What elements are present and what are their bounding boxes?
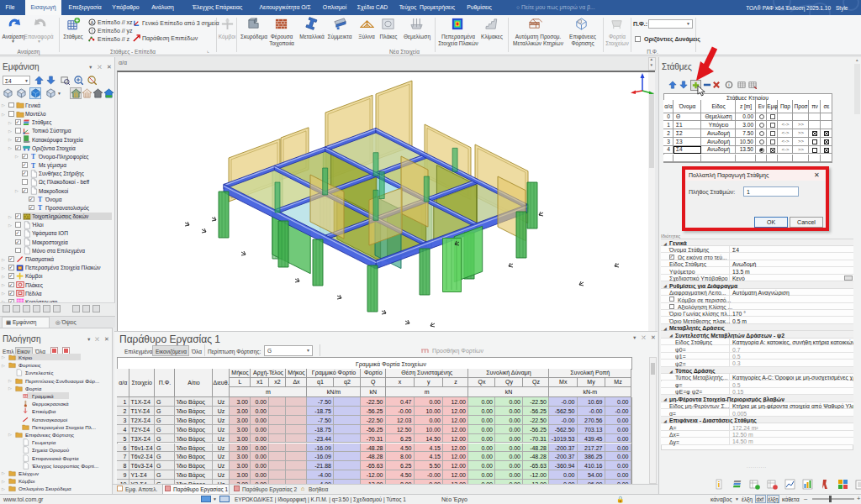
svg-text:T: T [38, 196, 43, 203]
svg-text:i: i [718, 480, 721, 489]
svg-text:T: T [38, 204, 43, 212]
svg-text:T: T [31, 161, 36, 169]
svg-text:!: ! [92, 29, 93, 34]
svg-text:A: A [91, 20, 94, 25]
svg-text:T: T [31, 153, 36, 160]
